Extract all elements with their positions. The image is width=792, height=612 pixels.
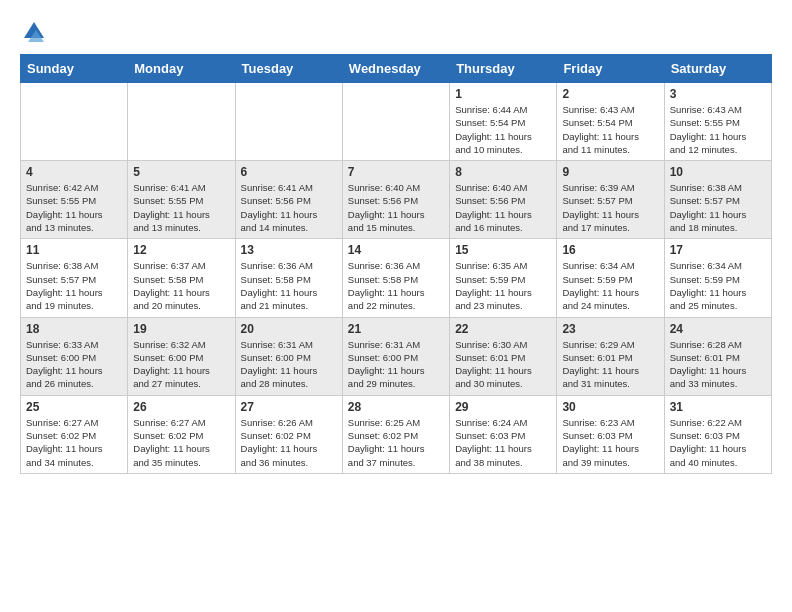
- header-row: SundayMondayTuesdayWednesdayThursdayFrid…: [21, 55, 772, 83]
- weekday-header-saturday: Saturday: [664, 55, 771, 83]
- calendar-cell: [342, 83, 449, 161]
- calendar-cell: 1Sunrise: 6:44 AMSunset: 5:54 PMDaylight…: [450, 83, 557, 161]
- day-number: 2: [562, 87, 658, 101]
- calendar-cell: 31Sunrise: 6:22 AMSunset: 6:03 PMDayligh…: [664, 395, 771, 473]
- calendar-table: SundayMondayTuesdayWednesdayThursdayFrid…: [20, 54, 772, 474]
- logo: [20, 20, 46, 44]
- weekday-header-monday: Monday: [128, 55, 235, 83]
- calendar-cell: 15Sunrise: 6:35 AMSunset: 5:59 PMDayligh…: [450, 239, 557, 317]
- day-number: 12: [133, 243, 229, 257]
- day-info: Sunrise: 6:27 AMSunset: 6:02 PMDaylight:…: [133, 416, 229, 469]
- calendar-row-0: 1Sunrise: 6:44 AMSunset: 5:54 PMDaylight…: [21, 83, 772, 161]
- day-number: 15: [455, 243, 551, 257]
- logo-icon: [22, 20, 46, 44]
- day-info: Sunrise: 6:22 AMSunset: 6:03 PMDaylight:…: [670, 416, 766, 469]
- day-info: Sunrise: 6:31 AMSunset: 6:00 PMDaylight:…: [241, 338, 337, 391]
- calendar-cell: 2Sunrise: 6:43 AMSunset: 5:54 PMDaylight…: [557, 83, 664, 161]
- day-number: 27: [241, 400, 337, 414]
- calendar-cell: 8Sunrise: 6:40 AMSunset: 5:56 PMDaylight…: [450, 161, 557, 239]
- day-info: Sunrise: 6:38 AMSunset: 5:57 PMDaylight:…: [26, 259, 122, 312]
- calendar-cell: 20Sunrise: 6:31 AMSunset: 6:00 PMDayligh…: [235, 317, 342, 395]
- day-info: Sunrise: 6:34 AMSunset: 5:59 PMDaylight:…: [670, 259, 766, 312]
- day-number: 1: [455, 87, 551, 101]
- calendar-cell: 6Sunrise: 6:41 AMSunset: 5:56 PMDaylight…: [235, 161, 342, 239]
- day-number: 19: [133, 322, 229, 336]
- calendar-cell: 26Sunrise: 6:27 AMSunset: 6:02 PMDayligh…: [128, 395, 235, 473]
- day-info: Sunrise: 6:27 AMSunset: 6:02 PMDaylight:…: [26, 416, 122, 469]
- day-number: 23: [562, 322, 658, 336]
- day-info: Sunrise: 6:40 AMSunset: 5:56 PMDaylight:…: [455, 181, 551, 234]
- calendar-cell: 10Sunrise: 6:38 AMSunset: 5:57 PMDayligh…: [664, 161, 771, 239]
- day-info: Sunrise: 6:25 AMSunset: 6:02 PMDaylight:…: [348, 416, 444, 469]
- day-number: 26: [133, 400, 229, 414]
- calendar-cell: 27Sunrise: 6:26 AMSunset: 6:02 PMDayligh…: [235, 395, 342, 473]
- page-header: [20, 20, 772, 44]
- calendar-cell: 7Sunrise: 6:40 AMSunset: 5:56 PMDaylight…: [342, 161, 449, 239]
- day-info: Sunrise: 6:39 AMSunset: 5:57 PMDaylight:…: [562, 181, 658, 234]
- day-info: Sunrise: 6:28 AMSunset: 6:01 PMDaylight:…: [670, 338, 766, 391]
- day-number: 17: [670, 243, 766, 257]
- calendar-cell: 16Sunrise: 6:34 AMSunset: 5:59 PMDayligh…: [557, 239, 664, 317]
- calendar-cell: 24Sunrise: 6:28 AMSunset: 6:01 PMDayligh…: [664, 317, 771, 395]
- calendar-cell: [21, 83, 128, 161]
- day-info: Sunrise: 6:41 AMSunset: 5:55 PMDaylight:…: [133, 181, 229, 234]
- day-number: 11: [26, 243, 122, 257]
- calendar-row-4: 25Sunrise: 6:27 AMSunset: 6:02 PMDayligh…: [21, 395, 772, 473]
- weekday-header-friday: Friday: [557, 55, 664, 83]
- calendar-cell: 17Sunrise: 6:34 AMSunset: 5:59 PMDayligh…: [664, 239, 771, 317]
- calendar-cell: 3Sunrise: 6:43 AMSunset: 5:55 PMDaylight…: [664, 83, 771, 161]
- day-number: 5: [133, 165, 229, 179]
- day-number: 16: [562, 243, 658, 257]
- calendar-cell: [235, 83, 342, 161]
- day-info: Sunrise: 6:33 AMSunset: 6:00 PMDaylight:…: [26, 338, 122, 391]
- day-info: Sunrise: 6:35 AMSunset: 5:59 PMDaylight:…: [455, 259, 551, 312]
- day-number: 22: [455, 322, 551, 336]
- day-info: Sunrise: 6:43 AMSunset: 5:55 PMDaylight:…: [670, 103, 766, 156]
- calendar-cell: 11Sunrise: 6:38 AMSunset: 5:57 PMDayligh…: [21, 239, 128, 317]
- calendar-cell: [128, 83, 235, 161]
- weekday-header-tuesday: Tuesday: [235, 55, 342, 83]
- day-info: Sunrise: 6:42 AMSunset: 5:55 PMDaylight:…: [26, 181, 122, 234]
- day-number: 4: [26, 165, 122, 179]
- day-info: Sunrise: 6:31 AMSunset: 6:00 PMDaylight:…: [348, 338, 444, 391]
- day-info: Sunrise: 6:24 AMSunset: 6:03 PMDaylight:…: [455, 416, 551, 469]
- calendar-row-1: 4Sunrise: 6:42 AMSunset: 5:55 PMDaylight…: [21, 161, 772, 239]
- day-info: Sunrise: 6:38 AMSunset: 5:57 PMDaylight:…: [670, 181, 766, 234]
- day-info: Sunrise: 6:43 AMSunset: 5:54 PMDaylight:…: [562, 103, 658, 156]
- day-info: Sunrise: 6:37 AMSunset: 5:58 PMDaylight:…: [133, 259, 229, 312]
- calendar-row-2: 11Sunrise: 6:38 AMSunset: 5:57 PMDayligh…: [21, 239, 772, 317]
- calendar-cell: 30Sunrise: 6:23 AMSunset: 6:03 PMDayligh…: [557, 395, 664, 473]
- day-number: 8: [455, 165, 551, 179]
- day-number: 13: [241, 243, 337, 257]
- calendar-cell: 29Sunrise: 6:24 AMSunset: 6:03 PMDayligh…: [450, 395, 557, 473]
- day-info: Sunrise: 6:29 AMSunset: 6:01 PMDaylight:…: [562, 338, 658, 391]
- day-info: Sunrise: 6:36 AMSunset: 5:58 PMDaylight:…: [241, 259, 337, 312]
- day-number: 31: [670, 400, 766, 414]
- day-number: 21: [348, 322, 444, 336]
- calendar-cell: 12Sunrise: 6:37 AMSunset: 5:58 PMDayligh…: [128, 239, 235, 317]
- day-info: Sunrise: 6:40 AMSunset: 5:56 PMDaylight:…: [348, 181, 444, 234]
- calendar-cell: 13Sunrise: 6:36 AMSunset: 5:58 PMDayligh…: [235, 239, 342, 317]
- calendar-cell: 14Sunrise: 6:36 AMSunset: 5:58 PMDayligh…: [342, 239, 449, 317]
- weekday-header-thursday: Thursday: [450, 55, 557, 83]
- day-number: 6: [241, 165, 337, 179]
- day-number: 30: [562, 400, 658, 414]
- day-info: Sunrise: 6:30 AMSunset: 6:01 PMDaylight:…: [455, 338, 551, 391]
- day-number: 24: [670, 322, 766, 336]
- day-number: 25: [26, 400, 122, 414]
- calendar-cell: 9Sunrise: 6:39 AMSunset: 5:57 PMDaylight…: [557, 161, 664, 239]
- day-info: Sunrise: 6:41 AMSunset: 5:56 PMDaylight:…: [241, 181, 337, 234]
- day-number: 18: [26, 322, 122, 336]
- calendar-cell: 22Sunrise: 6:30 AMSunset: 6:01 PMDayligh…: [450, 317, 557, 395]
- calendar-cell: 23Sunrise: 6:29 AMSunset: 6:01 PMDayligh…: [557, 317, 664, 395]
- day-number: 3: [670, 87, 766, 101]
- day-info: Sunrise: 6:26 AMSunset: 6:02 PMDaylight:…: [241, 416, 337, 469]
- day-number: 9: [562, 165, 658, 179]
- calendar-cell: 28Sunrise: 6:25 AMSunset: 6:02 PMDayligh…: [342, 395, 449, 473]
- day-number: 20: [241, 322, 337, 336]
- day-number: 14: [348, 243, 444, 257]
- weekday-header-sunday: Sunday: [21, 55, 128, 83]
- day-number: 29: [455, 400, 551, 414]
- day-number: 28: [348, 400, 444, 414]
- calendar-cell: 25Sunrise: 6:27 AMSunset: 6:02 PMDayligh…: [21, 395, 128, 473]
